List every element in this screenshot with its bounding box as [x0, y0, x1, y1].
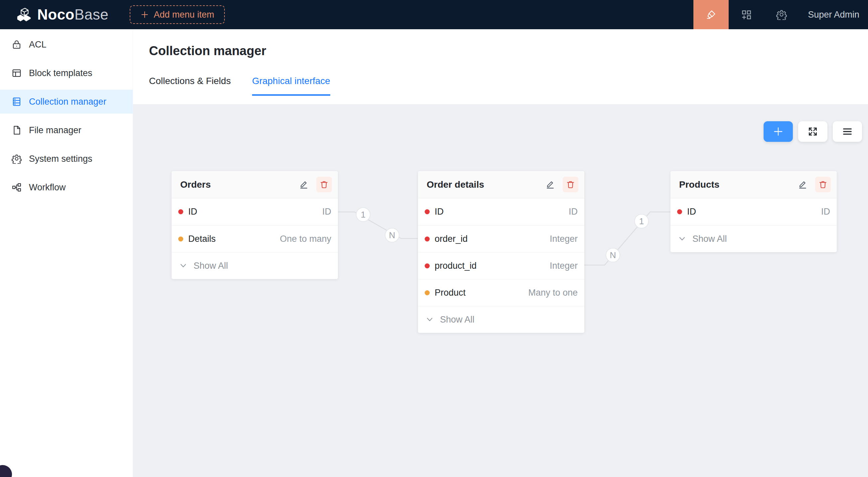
edit-pencil-icon	[546, 180, 555, 189]
add-menu-item-label: Add menu item	[154, 10, 214, 20]
sidebar-item-label: Collection manager	[29, 97, 106, 107]
sidebar-item-label: Block templates	[29, 68, 92, 78]
collection-card-header[interactable]: Products	[671, 171, 837, 198]
field-dot	[178, 237, 183, 241]
delete-collection-button[interactable]	[815, 177, 831, 192]
gear-icon	[776, 9, 787, 20]
edit-pencil-icon	[798, 180, 807, 189]
sidebar-item-file-manager[interactable]: File manager	[0, 118, 133, 142]
edit-collection-button[interactable]	[542, 177, 558, 192]
edit-collection-button[interactable]	[795, 177, 810, 192]
field-name: Details	[188, 234, 216, 244]
sidebar-item-label: ACL	[29, 39, 46, 50]
collection-card-actions	[542, 177, 578, 192]
sidebar-item-block-templates[interactable]: Block templates	[0, 61, 133, 85]
er-diagram-cards: Orders ID ID	[133, 105, 868, 477]
page-title: Collection manager	[149, 44, 267, 58]
field-dot	[425, 237, 430, 241]
collection-card[interactable]: Products ID ID	[671, 171, 837, 252]
add-collection-button[interactable]	[764, 121, 793, 142]
field-type: Many to one	[528, 288, 578, 298]
field-row[interactable]: Product Many to one	[418, 279, 584, 306]
show-all-row[interactable]: Show All	[172, 252, 338, 279]
collection-fields: ID ID Details One to many	[172, 198, 338, 252]
canvas-toolbar	[764, 121, 862, 142]
ui-editor-button[interactable]	[693, 0, 728, 29]
sidebar-item-system-settings[interactable]: System settings	[0, 147, 133, 171]
chevron-down-icon	[677, 234, 687, 244]
settings-button[interactable]	[764, 0, 799, 29]
sidebar-item-label: System settings	[29, 154, 92, 164]
workflow-icon	[12, 182, 22, 192]
field-name: ID	[687, 207, 696, 217]
show-all-label: Show All	[193, 261, 228, 271]
field-row[interactable]: Details One to many	[172, 225, 338, 252]
graph-canvas[interactable]: 1NN1 Orders	[133, 104, 868, 477]
field-dot	[178, 209, 183, 214]
chevron-down-icon	[178, 261, 188, 271]
field-row[interactable]: ID ID	[671, 198, 837, 225]
field-row[interactable]: ID ID	[172, 198, 338, 225]
nocobase-logo-icon	[16, 7, 33, 22]
field-type: ID	[569, 207, 578, 217]
expand-icon	[807, 126, 818, 137]
collection-card-header[interactable]: Order details	[418, 171, 584, 198]
field-name: ID	[435, 207, 444, 217]
field-type: One to many	[280, 234, 331, 244]
collection-title: Products	[679, 179, 719, 190]
show-all-label: Show All	[692, 234, 727, 244]
collection-card[interactable]: Orders ID ID	[172, 171, 338, 279]
collection-list-button[interactable]	[833, 121, 862, 142]
collection-fields: ID ID	[671, 198, 837, 225]
tab-collections-fields[interactable]: Collections & Fields	[149, 76, 231, 96]
edit-pencil-icon	[299, 180, 308, 189]
field-row[interactable]: order_id Integer	[418, 225, 584, 252]
chevron-down-icon	[425, 314, 435, 325]
tab-graphical-interface[interactable]: Graphical interface	[252, 76, 330, 96]
show-all-row[interactable]: Show All	[418, 306, 584, 333]
collection-card-header[interactable]: Orders	[172, 171, 338, 198]
add-block-button[interactable]	[728, 0, 764, 29]
header-actions: Super Admin	[693, 0, 868, 29]
trash-icon	[566, 180, 575, 189]
sidebar-item-workflow[interactable]: Workflow	[0, 175, 133, 199]
collection-card-actions	[795, 177, 831, 192]
delete-collection-button[interactable]	[316, 177, 332, 192]
field-name: product_id	[435, 261, 476, 271]
field-row[interactable]: ID ID	[418, 198, 584, 225]
delete-collection-button[interactable]	[563, 177, 578, 192]
field-dot	[425, 209, 430, 214]
edit-collection-button[interactable]	[296, 177, 312, 192]
layout-icon	[12, 68, 22, 78]
sidebar-item-acl[interactable]: ACL	[0, 33, 133, 57]
page-header: Collection manager Collections & Fields …	[133, 29, 868, 104]
field-type: Integer	[550, 261, 578, 271]
collection-fields: ID ID order_id Integer product_id Intege…	[418, 198, 584, 306]
plus-icon	[141, 10, 149, 19]
trash-icon	[818, 180, 828, 189]
app-window: NocoBase Add menu item	[0, 0, 868, 477]
add-menu-item-button[interactable]: Add menu item	[130, 5, 225, 24]
field-name: Product	[435, 288, 466, 298]
field-name: order_id	[435, 234, 468, 244]
menu-icon	[842, 126, 853, 137]
collection-card[interactable]: Order details ID I	[418, 171, 584, 333]
trash-icon	[319, 180, 329, 189]
file-icon	[12, 125, 22, 135]
collection-title: Order details	[427, 179, 484, 190]
top-header: NocoBase Add menu item	[0, 0, 868, 29]
tab-bar: Collections & Fields Graphical interface	[149, 76, 330, 96]
logo-text: NocoBase	[37, 6, 108, 23]
sidebar-item-collection-manager[interactable]: Collection manager	[0, 90, 133, 113]
nocobase-logo[interactable]: NocoBase	[0, 6, 108, 23]
fullscreen-button[interactable]	[798, 121, 828, 142]
main-area: Collection manager Collections & Fields …	[133, 29, 868, 477]
sidebar-item-label: Workflow	[29, 182, 66, 193]
user-menu[interactable]: Super Admin	[799, 10, 868, 20]
field-type: ID	[322, 207, 331, 217]
field-dot	[425, 290, 430, 295]
show-all-row[interactable]: Show All	[671, 225, 837, 252]
field-dot	[677, 209, 682, 214]
field-name: ID	[188, 207, 197, 217]
field-row[interactable]: product_id Integer	[418, 252, 584, 279]
